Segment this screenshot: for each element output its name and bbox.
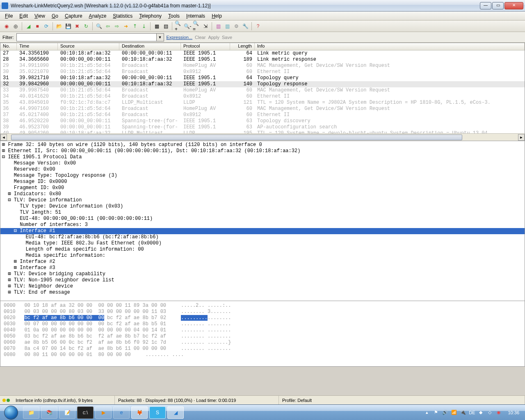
tray-app2-icon[interactable]: ◇ xyxy=(486,409,493,416)
packet-details-pane[interactable]: ⊞ Frame 32: 140 bytes on wire (1120 bits… xyxy=(0,141,525,301)
bytes-row[interactable]: 0080 00 80 11 00 00 00 00 01 80 00 00 00… xyxy=(4,352,521,358)
task-firefox[interactable]: 🦊 xyxy=(131,406,148,419)
menu-statistics[interactable]: Statistics xyxy=(110,12,136,20)
menu-file[interactable]: File xyxy=(2,12,16,20)
col-source[interactable]: Source xyxy=(58,43,119,50)
tray-clock[interactable]: 10:36 xyxy=(504,410,523,415)
detail-row-selected[interactable]: ⊟ Interface #1 xyxy=(0,228,525,234)
bytes-row[interactable]: 0030 00 07 00 00 00 00 00 00 00 bc f2 af… xyxy=(4,321,521,327)
auto-scroll-icon[interactable]: ▤ xyxy=(162,22,170,30)
bytes-row[interactable]: 0050 03 bc f2 af ae 8b b6 bc f2 af ae 8b… xyxy=(4,333,521,340)
detail-row[interactable]: ⊞ Ethernet II, Src: 00:00:00_00:00:11 (0… xyxy=(2,148,523,154)
restart-capture-icon[interactable]: ⟳ xyxy=(42,22,50,30)
tray-lang[interactable]: DE xyxy=(469,410,475,415)
menu-capture[interactable]: Capture xyxy=(62,12,86,20)
table-row[interactable]: 3339.998754000:1b:21:d5:5d:64BroadcastHo… xyxy=(0,87,525,94)
col-destination[interactable]: Destination xyxy=(119,43,181,50)
menu-go[interactable]: Go xyxy=(48,12,62,20)
minimize-button[interactable]: — xyxy=(480,2,491,9)
col-protocol[interactable]: Protocol xyxy=(181,43,230,50)
detail-row[interactable]: Number of interfaces: 3 xyxy=(2,222,523,228)
help-icon[interactable]: ? xyxy=(254,22,262,30)
zoom-100-icon[interactable]: 🔍= xyxy=(192,22,201,30)
coloring-rules-icon[interactable]: ⚙ xyxy=(232,22,240,30)
clear-button[interactable]: Clear xyxy=(195,35,205,40)
detail-row[interactable]: ⊞ TLV: Non-1905 neighbor device list xyxy=(2,277,523,283)
col-length[interactable]: Length xyxy=(230,43,255,50)
task-notepad[interactable]: 📝 xyxy=(59,406,75,419)
col-time[interactable]: Time xyxy=(17,43,58,50)
system-tray[interactable]: ▴ ⚑ 🔊 📶 🔌 DE ◆ ◇ ◉ 10:36 xyxy=(424,409,525,416)
table-row[interactable]: 3139.982171000:10:18:af:aa:3200:00:00_00… xyxy=(0,75,525,81)
resize-columns-icon[interactable]: ⇲ xyxy=(201,22,210,30)
tray-volume-icon[interactable]: 🔊 xyxy=(442,409,448,416)
detail-row[interactable]: EUI-48: 00:00:00_00:00:11 (00:00:00:00:0… xyxy=(2,216,523,222)
find-icon[interactable]: 🔍 xyxy=(95,22,103,30)
start-button[interactable] xyxy=(0,405,22,420)
colorize-icon[interactable]: ▦ xyxy=(153,22,161,30)
table-row[interactable]: 3440.014162000:1b:21:d5:5d:64Broadcast0x… xyxy=(0,94,525,100)
bytes-row[interactable]: 0020 bc f2 af ae 8b b6 00 00 00 bc f2 af… xyxy=(4,315,521,321)
open-file-icon[interactable]: 📂 xyxy=(55,22,63,30)
detail-row[interactable]: Message ID: 0x0000 xyxy=(2,179,523,185)
table-row[interactable]: 3644.990716000:1b:21:d5:5d:64BroadcastHo… xyxy=(0,106,525,112)
bytes-row[interactable]: 0000 00 10 18 af aa 32 00 00 00 00 00 11… xyxy=(4,303,521,309)
tray-power-icon[interactable]: 🔌 xyxy=(460,409,466,416)
bytes-row[interactable]: 0010 00 03 00 00 00 80 03 00 33 00 00 00… xyxy=(4,309,521,315)
packet-list-scrollbar[interactable]: ◄ ► xyxy=(0,133,525,141)
bytes-row[interactable]: 0070 8a c4 07 00 14 bc f2 af ae 8b b6 11… xyxy=(4,346,521,352)
scrollbar-thumb[interactable] xyxy=(11,135,462,140)
maximize-button[interactable]: ▭ xyxy=(492,2,504,9)
zoom-in-icon[interactable]: 🔍+ xyxy=(174,22,183,30)
menu-analyze[interactable]: Analyze xyxy=(86,12,110,20)
task-library[interactable]: 📚 xyxy=(41,406,57,419)
table-row[interactable]: 3543.8945010f0:92:1c:7d:8a:c7LLDP_Multic… xyxy=(0,100,525,106)
task-media[interactable]: ▶ xyxy=(95,406,112,419)
detail-row[interactable]: Message Version: 0x00 xyxy=(2,160,523,167)
packet-bytes-pane[interactable]: 0000 00 10 18 af aa 32 00 00 00 00 00 11… xyxy=(0,301,525,367)
go-first-icon[interactable]: ⤒ xyxy=(131,22,139,30)
col-no[interactable]: No. xyxy=(0,43,17,50)
table-row[interactable]: 3035.022107000:1b:21:d5:5d:64Broadcast0x… xyxy=(0,69,525,75)
detail-row[interactable]: TLV length: 51 xyxy=(2,210,523,216)
detail-row[interactable]: ⊞ Frame 32: 140 bytes on wire (1120 bits… xyxy=(2,142,523,148)
capture-interfaces-icon[interactable]: ◉ xyxy=(2,22,11,30)
menu-telephony[interactable]: Telephony xyxy=(136,12,165,20)
table-row[interactable]: 3846.952022000:00:00_00:00:11Spanning-tr… xyxy=(0,118,525,124)
detail-row[interactable]: ⊟ TLV: Device information xyxy=(2,197,523,203)
menu-tools[interactable]: Tools xyxy=(165,12,183,20)
menu-edit[interactable]: Edit xyxy=(16,12,31,20)
menu-internals[interactable]: Internals xyxy=(183,12,208,20)
expression-button[interactable]: Expression... xyxy=(167,35,193,40)
scroll-right-icon[interactable]: ► xyxy=(518,134,525,141)
reload-icon[interactable]: ↻ xyxy=(82,22,90,30)
close-button[interactable]: ✕ xyxy=(504,2,523,9)
detail-row[interactable]: Media specific information: xyxy=(2,253,523,259)
packet-list-header[interactable]: No. Time Source Destination Protocol Len… xyxy=(0,43,525,50)
detail-row[interactable]: ⊞ Indicators: 0x80 xyxy=(2,191,523,197)
detail-row[interactable]: ⊞ Interface #3 xyxy=(2,265,523,271)
capture-filters-icon[interactable]: ▥ xyxy=(214,22,222,30)
go-last-icon[interactable]: ⤓ xyxy=(140,22,148,30)
table-row[interactable]: 2734.335619000:10:18:af:aa:3200:00:00_00… xyxy=(0,50,525,57)
detail-row[interactable]: TLV type: Device information (0x03) xyxy=(2,203,523,210)
go-back-icon[interactable]: ⇦ xyxy=(104,22,112,30)
apply-button[interactable]: Apply xyxy=(208,35,219,40)
bytes-row[interactable]: 0040 01 0a 00 00 00 00 00 00 00 00 00 00… xyxy=(4,327,521,333)
detail-row[interactable]: Message Type: Topology response (3) xyxy=(2,173,523,179)
go-forward-icon[interactable]: ⇨ xyxy=(113,22,121,30)
task-explorer[interactable]: 📁 xyxy=(23,406,39,419)
table-row[interactable]: 2934.991109000:1b:21:d5:5d:64BroadcastHo… xyxy=(0,63,525,69)
menu-view[interactable]: View xyxy=(31,12,48,20)
filter-input[interactable] xyxy=(16,33,157,41)
table-row[interactable]: 3745.021740000:1b:21:d5:5d:64Broadcast0x… xyxy=(0,112,525,118)
tray-app3-icon[interactable]: ◉ xyxy=(495,409,502,416)
detail-row[interactable]: Reserved: 0x00 xyxy=(2,167,523,173)
table-row[interactable]: 4049.905426000:10:18:af:aa:32LLDP_Multic… xyxy=(0,130,525,133)
detail-row[interactable]: ⊞ TLV: End of message xyxy=(2,290,523,296)
detail-row[interactable]: ⊞ TLV: Neighbor device xyxy=(2,283,523,290)
task-skype[interactable]: S xyxy=(149,406,166,419)
tray-network-icon[interactable]: 📶 xyxy=(451,409,457,416)
detail-row[interactable]: ⊞ Interface #2 xyxy=(2,259,523,265)
stop-capture-icon[interactable]: ■ xyxy=(33,22,41,30)
